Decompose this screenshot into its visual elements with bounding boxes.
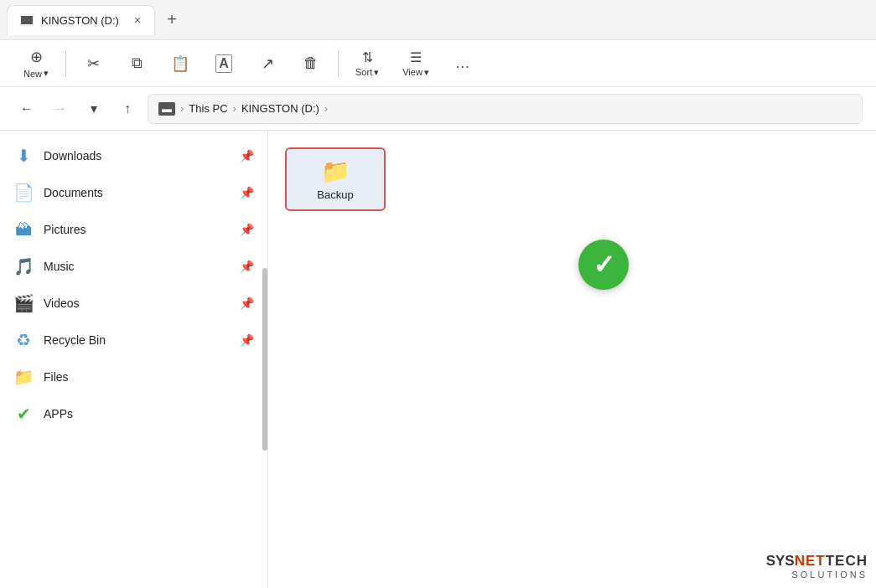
active-tab[interactable]: KINGSTON (D:) × — [7, 5, 155, 35]
delete-button[interactable]: 🗑 — [291, 44, 331, 84]
view-arrow: ▾ — [424, 67, 429, 78]
new-tab-button[interactable]: + — [158, 7, 185, 34]
drive-path-icon: ▬ — [158, 102, 175, 116]
rename-button[interactable]: A — [204, 44, 244, 84]
watermark-net: NET — [795, 553, 826, 569]
title-bar: KINGSTON (D:) × + — [0, 0, 876, 40]
checkmark-symbol: ✓ — [593, 249, 615, 281]
sidebar-scrollbar-thumb[interactable] — [262, 268, 267, 451]
separator-path-3: › — [324, 102, 328, 115]
watermark-tech: TECH — [826, 553, 868, 569]
sidebar-item-apps[interactable]: ✔ APPs — [0, 395, 267, 432]
cut-icon: ✂ — [87, 54, 100, 73]
watermark-title: SYSNETTECH — [766, 552, 868, 570]
back-button[interactable]: ← — [13, 95, 40, 122]
drive-icon — [21, 16, 33, 24]
videos-pin: 📌 — [240, 297, 254, 310]
copy-icon: ⧉ — [132, 54, 143, 72]
backup-folder[interactable]: 📁 Backup — [285, 147, 386, 211]
address-bar: ← → ▾ ↑ ▬ › This PC › KINGSTON (D:) › — [0, 87, 876, 131]
sort-button[interactable]: ⇅ Sort ▾ — [345, 44, 389, 84]
close-tab-button[interactable]: × — [134, 13, 141, 27]
sidebar-label-videos: Videos — [44, 297, 230, 310]
paste-icon: 📋 — [171, 54, 189, 73]
apps-icon: ✔ — [13, 404, 34, 424]
new-button[interactable]: ⊕ New ▾ — [13, 44, 59, 84]
watermark-subtitle: Solutions — [766, 570, 868, 580]
sidebar-item-music[interactable]: 🎵 Music 📌 — [0, 248, 267, 285]
forward-button[interactable]: → — [47, 95, 74, 122]
cut-button[interactable]: ✂ — [73, 44, 113, 84]
downloads-icon: ⬇ — [13, 146, 34, 166]
content-area: 📁 Backup ✓ SYSNETTECH Solutions — [268, 131, 876, 588]
separator-path-1: › — [180, 102, 184, 115]
sidebar-item-documents[interactable]: 📄 Documents 📌 — [0, 174, 267, 211]
toolbar: ⊕ New ▾ ✂ ⧉ 📋 A ↗ 🗑 ⇅ Sort ▾ ☰ View ▾ — [0, 40, 876, 87]
sidebar-item-downloads[interactable]: ⬇ Downloads 📌 — [0, 137, 267, 174]
watermark: SYSNETTECH Solutions — [766, 552, 868, 580]
sidebar-label-music: Music — [44, 260, 230, 273]
view-icon: ☰ — [410, 49, 422, 65]
new-arrow: ▾ — [44, 68, 49, 79]
sidebar-item-recycle-bin[interactable]: ♻ Recycle Bin 📌 — [0, 322, 267, 358]
pictures-pin: 📌 — [240, 223, 254, 236]
view-button[interactable]: ☰ View ▾ — [392, 44, 439, 84]
share-button[interactable]: ↗ — [247, 44, 288, 84]
sort-icon: ⇅ — [362, 49, 373, 65]
watermark-sys: SYS — [766, 553, 795, 569]
sidebar-label-documents: Documents — [44, 186, 230, 199]
sidebar-label-recycle-bin: Recycle Bin — [44, 333, 230, 347]
downloads-pin: 📌 — [240, 149, 254, 162]
view-label: View — [402, 67, 422, 77]
separator-path-2: › — [233, 102, 236, 115]
sidebar-item-pictures[interactable]: 🏔 Pictures 📌 — [0, 211, 267, 248]
sort-label: Sort — [355, 67, 372, 77]
recent-locations-button[interactable]: ▾ — [80, 95, 107, 122]
paste-button[interactable]: 📋 — [160, 44, 200, 84]
more-button[interactable]: … — [443, 44, 483, 84]
pictures-icon: 🏔 — [13, 220, 34, 240]
share-icon: ↗ — [262, 54, 274, 73]
documents-icon: 📄 — [13, 183, 34, 203]
copy-button[interactable]: ⧉ — [117, 44, 157, 84]
videos-icon: 🎬 — [13, 293, 34, 313]
rename-icon: A — [215, 54, 232, 73]
sort-arrow: ▾ — [374, 67, 379, 78]
up-button[interactable]: ↑ — [114, 95, 141, 122]
separator-1 — [65, 50, 66, 77]
success-checkmark: ✓ — [578, 240, 629, 290]
sidebar-item-videos[interactable]: 🎬 Videos 📌 — [0, 285, 267, 322]
sidebar-label-pictures: Pictures — [44, 223, 230, 236]
sidebar-item-files[interactable]: 📁 Files — [0, 358, 267, 395]
address-path[interactable]: ▬ › This PC › KINGSTON (D:) › — [148, 94, 863, 124]
main-content: ⬇ Downloads 📌 📄 Documents 📌 🏔 Pictures 📌… — [0, 131, 876, 588]
music-icon: 🎵 — [13, 256, 34, 276]
path-this-pc[interactable]: This PC — [189, 102, 227, 115]
files-icon: 📁 — [13, 367, 34, 387]
backup-folder-name: Backup — [317, 188, 353, 201]
sidebar: ⬇ Downloads 📌 📄 Documents 📌 🏔 Pictures 📌… — [0, 131, 268, 588]
sidebar-label-apps: APPs — [44, 407, 254, 420]
path-kingston[interactable]: KINGSTON (D:) — [241, 102, 319, 115]
separator-2 — [338, 50, 339, 77]
documents-pin: 📌 — [240, 186, 254, 199]
delete-icon: 🗑 — [303, 54, 319, 72]
tab-title: KINGSTON (D:) — [41, 14, 119, 27]
recycle-bin-pin: 📌 — [240, 333, 254, 347]
new-label: New — [23, 69, 42, 79]
sidebar-label-files: Files — [44, 370, 254, 384]
backup-folder-icon: 📁 — [321, 157, 350, 185]
recycle-bin-icon: ♻ — [13, 330, 34, 350]
music-pin: 📌 — [240, 260, 254, 273]
sidebar-label-downloads: Downloads — [44, 149, 230, 162]
new-icon: ⊕ — [30, 48, 43, 66]
